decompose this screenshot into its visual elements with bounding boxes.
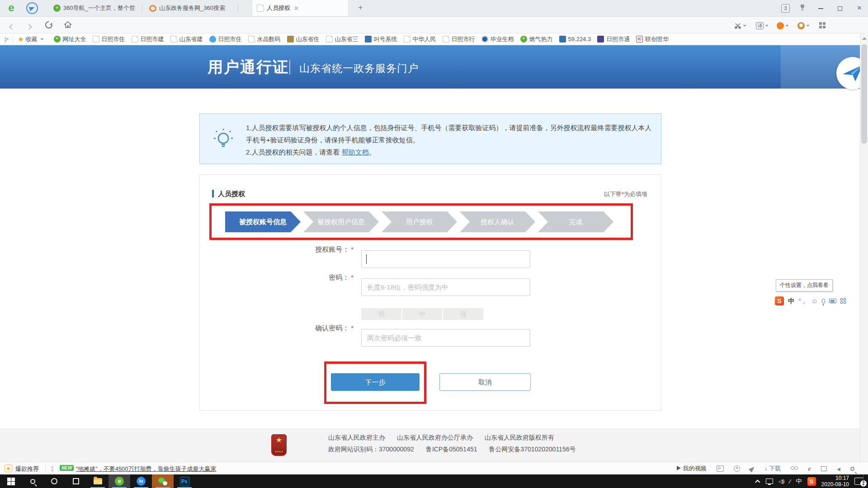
nav-plane-icon[interactable] bbox=[26, 2, 38, 14]
bookmark-item[interactable]: 日照市住 bbox=[209, 35, 242, 43]
task-view-button[interactable] bbox=[65, 474, 87, 488]
tab-personnel-auth[interactable]: 人员授权 ✕ bbox=[252, 0, 348, 16]
news-headline-link[interactable]: “地摊婊”，不要4500万打胎费，靠偷生孩子成最大赢家 bbox=[76, 465, 217, 473]
restore-button[interactable] bbox=[833, 4, 847, 13]
photoshop-button[interactable]: Ps bbox=[174, 474, 195, 488]
help-doc-link[interactable]: 帮助文档 bbox=[342, 148, 369, 156]
start-button[interactable] bbox=[0, 474, 22, 488]
chevron-down-icon[interactable] bbox=[806, 25, 810, 27]
show-desktop-strip[interactable] bbox=[863, 474, 865, 488]
browser-360-button[interactable]: e bbox=[108, 474, 130, 488]
apps-grid-button[interactable] bbox=[819, 22, 826, 28]
translate-button[interactable]: 译 bbox=[756, 22, 769, 29]
forward-icon[interactable] bbox=[27, 23, 31, 31]
zoom-icon[interactable] bbox=[850, 467, 854, 471]
collapse-icon[interactable]: ∨∨ bbox=[51, 465, 54, 472]
account-avatar-button[interactable] bbox=[797, 22, 810, 29]
ime-keyboard-icon[interactable] bbox=[829, 299, 836, 303]
new-tab-button[interactable]: + bbox=[358, 3, 363, 13]
bookmark-item[interactable]: 中华人民 bbox=[404, 35, 436, 43]
notification-chat-icon[interactable]: 2 bbox=[854, 478, 863, 485]
password-input[interactable] bbox=[361, 278, 530, 296]
bookmark-item[interactable]: 网址大全 bbox=[54, 35, 86, 43]
fox-icon bbox=[777, 22, 784, 29]
ime-lang-indicator[interactable]: 中 bbox=[796, 477, 802, 485]
scroll-up-icon[interactable] bbox=[862, 37, 867, 40]
taskbar-clock[interactable]: 10:17 2020-08-10 bbox=[821, 475, 849, 488]
bookmark-label: 网址大全 bbox=[63, 35, 86, 43]
rewards-trophy-icon[interactable] bbox=[796, 4, 809, 13]
favorites-menu[interactable]: ★ 收藏 bbox=[18, 35, 43, 43]
pen-icon[interactable]: ⁄ bbox=[789, 478, 790, 485]
step-complete: 完成 bbox=[538, 211, 613, 232]
browser-360-logo-icon[interactable]: e bbox=[5, 2, 17, 14]
my-video-button[interactable]: 我的视频 bbox=[677, 465, 707, 473]
ime-mode-chinese[interactable]: 中 bbox=[788, 297, 794, 305]
bookmark-item[interactable]: 日照市建 bbox=[132, 35, 164, 43]
bookmark-item[interactable]: 叫号系统 bbox=[365, 35, 397, 43]
tab-close-icon[interactable]: ✕ bbox=[294, 5, 299, 12]
tab-360-nav[interactable]: 360导航_一个主页，整个世界 bbox=[49, 0, 142, 16]
window-split-icon[interactable] bbox=[821, 466, 827, 471]
bookmark-label: 叫号系统 bbox=[374, 35, 397, 43]
promo-label[interactable]: 爆款推荐 bbox=[15, 465, 39, 473]
network-icon[interactable] bbox=[766, 479, 773, 484]
ie-compat-icon[interactable]: e bbox=[808, 465, 811, 473]
tab-count-box[interactable]: 3 bbox=[781, 4, 790, 13]
snapshot-icon[interactable] bbox=[717, 465, 724, 472]
ime-toolbox-icon[interactable] bbox=[840, 298, 846, 304]
chevron-down-icon[interactable] bbox=[40, 38, 44, 40]
tab-sd-search[interactable]: 山东政务服务网_360搜索 bbox=[145, 0, 238, 16]
bookmark-item[interactable]: 59.224.3 bbox=[559, 36, 591, 42]
chevron-down-icon[interactable] bbox=[743, 25, 746, 27]
ime-punctuation-icon[interactable]: °， bbox=[798, 297, 807, 305]
bookmark-item[interactable]: 毕业生档 bbox=[481, 35, 514, 43]
next-step-button[interactable]: 下一步 bbox=[331, 373, 420, 391]
account-input[interactable] bbox=[361, 250, 530, 268]
bookmark-favicon bbox=[597, 36, 604, 42]
volume-icon[interactable]: ◁)) bbox=[778, 479, 784, 484]
iu-app-button[interactable]: iu bbox=[130, 474, 152, 488]
boost-rocket-icon[interactable] bbox=[749, 465, 756, 472]
bookmark-item[interactable]: IC联创世华 bbox=[636, 35, 669, 43]
chevron-down-icon[interactable] bbox=[765, 25, 769, 27]
bookmark-item[interactable]: 山东省三 bbox=[326, 35, 359, 43]
tray-expand-icon[interactable] bbox=[755, 479, 760, 484]
bookmark-item[interactable]: 山东省建 bbox=[170, 35, 203, 43]
bookmark-item[interactable]: 水晶数码 bbox=[248, 35, 281, 43]
download-button[interactable]: ↓ 下载 bbox=[764, 465, 781, 473]
bookmark-item[interactable]: 日照市行 bbox=[443, 35, 475, 43]
speedup-icon[interactable] bbox=[734, 465, 740, 472]
sogou-tray-icon[interactable]: S bbox=[807, 477, 816, 486]
scrollbar-thumb[interactable] bbox=[861, 44, 867, 144]
bookmark-item[interactable]: 日照市住 bbox=[93, 35, 125, 43]
file-explorer-button[interactable] bbox=[87, 474, 108, 488]
wechat-button[interactable] bbox=[152, 474, 174, 488]
page-scrollbar[interactable] bbox=[860, 33, 868, 474]
minimize-button[interactable] bbox=[814, 4, 827, 13]
bookmark-item[interactable]: 日照市通 bbox=[597, 35, 630, 43]
incognito-glasses-icon[interactable] bbox=[791, 465, 798, 472]
bookmark-item[interactable]: 燃气热力 bbox=[520, 35, 553, 43]
close-button[interactable]: ✕ bbox=[853, 4, 866, 13]
bookmark-item[interactable]: 山东省住 bbox=[287, 35, 320, 43]
refresh-icon[interactable] bbox=[45, 21, 53, 31]
bookmarks-expand-icon[interactable]: |> bbox=[5, 36, 8, 42]
chevron-down-icon[interactable] bbox=[785, 25, 789, 27]
footer-item: 山东省人民政府版权所有 bbox=[485, 434, 554, 442]
screenshot-tool-button[interactable] bbox=[734, 22, 746, 29]
ime-tooltip[interactable]: 个性设置，点我看看 bbox=[776, 279, 833, 291]
confirm-password-input[interactable] bbox=[361, 329, 530, 347]
promo-star-icon[interactable]: ★ bbox=[5, 465, 12, 472]
bookmark-favicon bbox=[54, 36, 61, 42]
mute-speaker-icon[interactable] bbox=[837, 468, 840, 471]
taskbar-search-button[interactable] bbox=[22, 474, 43, 488]
sogou-logo-icon[interactable]: S bbox=[775, 296, 784, 305]
cortana-button[interactable] bbox=[43, 474, 65, 488]
cancel-button[interactable]: 取消 bbox=[439, 373, 531, 391]
back-icon[interactable] bbox=[10, 23, 14, 31]
ime-mic-icon[interactable] bbox=[822, 299, 825, 304]
home-icon[interactable] bbox=[64, 21, 72, 31]
ime-emoji-icon[interactable]: ☺ bbox=[811, 297, 818, 305]
game-center-button[interactable] bbox=[777, 22, 789, 29]
